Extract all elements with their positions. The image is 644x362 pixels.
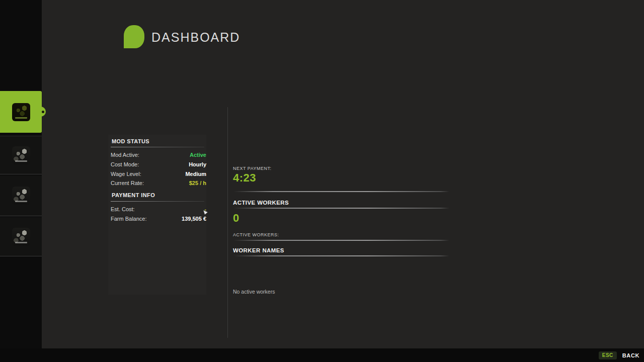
row-cost-mode: Cost Mode: Hourly [111, 161, 206, 168]
mod-icon [12, 187, 30, 205]
sidebar-tab-2[interactable] [0, 136, 42, 174]
mod-icon [12, 146, 30, 164]
active-workers-title: ACTIVE WORKERS [233, 200, 289, 206]
next-payment-label: NEXT PAYMENT: [233, 166, 272, 171]
row-value: 139,505 € [182, 216, 206, 222]
mod-icon [12, 228, 30, 246]
mouse-cursor-icon [203, 210, 209, 216]
row-est-cost: Est. Cost: - [111, 206, 206, 213]
divider [111, 201, 204, 202]
row-value: Hourly [189, 161, 206, 167]
row-value: Medium [185, 171, 206, 177]
row-label: Mod Active: [111, 152, 139, 158]
row-label: Est. Cost: [111, 206, 135, 212]
back-button[interactable]: BACK [622, 352, 639, 358]
sidebar-tab-3[interactable] [0, 175, 42, 216]
page-title: DASHBOARD [151, 30, 240, 45]
row-farm-balance: Farm Balance: 139,505 € [111, 215, 206, 222]
row-current-rate: Current Rate: $25 / h [111, 179, 206, 187]
payment-info-title: PAYMENT INFO [112, 192, 155, 198]
active-tab-pointer-dot [42, 111, 44, 113]
row-label: Wage Level: [111, 171, 141, 177]
row-mod-active: Mod Active: Active [111, 151, 206, 158]
row-value: $25 / h [189, 180, 206, 186]
row-value: Active [190, 152, 206, 158]
esc-key-button[interactable]: ESC [599, 351, 617, 359]
divider [234, 240, 449, 241]
empty-workers-message: No active workers [233, 289, 275, 295]
mod-icon [12, 103, 30, 121]
sidebar [0, 0, 42, 362]
divider [234, 191, 449, 192]
divider [234, 255, 449, 256]
worker-names-title: WORKER NAMES [233, 247, 284, 253]
sidebar-tab-dashboard[interactable] [0, 91, 42, 133]
active-workers-count: 0 [233, 212, 239, 225]
row-label: Farm Balance: [111, 216, 147, 222]
vertical-divider [227, 107, 228, 338]
divider [111, 147, 204, 147]
active-tab-pointer [36, 107, 46, 117]
status-panel: MOD STATUS Mod Active: Active Cost Mode:… [108, 135, 206, 295]
row-wage-level: Wage Level: Medium [111, 170, 206, 177]
row-label: Current Rate: [111, 180, 144, 186]
bottom-bar: ESC BACK [0, 348, 644, 362]
next-payment-value: 4:23 [233, 171, 256, 185]
sidebar-tab-4[interactable] [0, 217, 42, 256]
divider [234, 208, 449, 209]
mod-status-title: MOD STATUS [112, 138, 149, 144]
dashboard-logo-icon [124, 25, 144, 48]
row-label: Cost Mode: [111, 161, 139, 167]
active-workers-small-label: ACTIVE WORKERS: [233, 232, 279, 237]
